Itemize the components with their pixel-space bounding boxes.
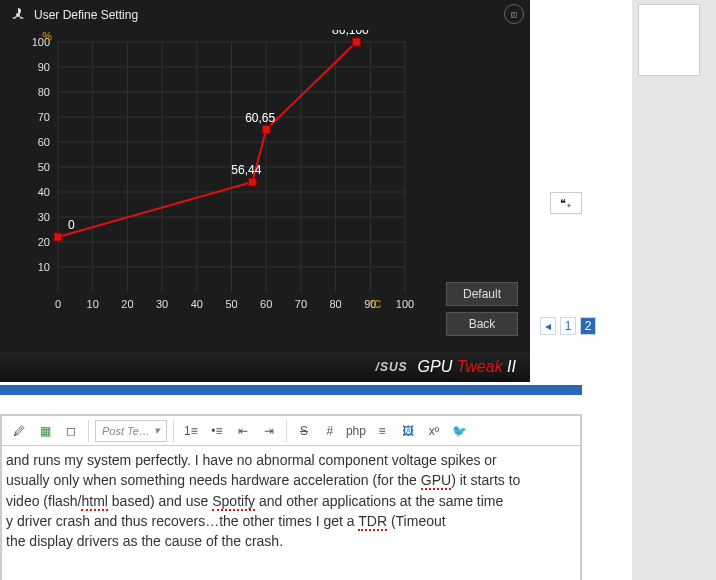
section-divider: [0, 385, 582, 395]
unordered-list-icon[interactable]: •≡: [206, 420, 228, 442]
template-placeholder: Post Te…: [102, 425, 150, 437]
svg-rect-49: [262, 126, 270, 134]
indent-icon[interactable]: ⇥: [258, 420, 280, 442]
svg-text:30: 30: [156, 298, 168, 310]
page-gutter: [632, 0, 716, 580]
code-icon[interactable]: php: [345, 420, 367, 442]
svg-text:10: 10: [38, 261, 50, 273]
ordered-list-icon[interactable]: 1≡: [180, 420, 202, 442]
brand-bar: /SUS GPU Tweak II: [0, 352, 530, 382]
quote-button[interactable]: ❝₊: [550, 192, 582, 214]
twitter-icon[interactable]: 🐦: [449, 420, 471, 442]
svg-rect-45: [54, 233, 62, 241]
fan-curve-chart[interactable]: 1020304050607080901000102030405060708090…: [10, 30, 415, 320]
svg-text:50: 50: [225, 298, 237, 310]
svg-text:80: 80: [38, 86, 50, 98]
close-icon: ⦻: [509, 9, 519, 20]
svg-rect-47: [248, 178, 256, 186]
svg-text:20: 20: [38, 236, 50, 248]
strike-icon[interactable]: S: [293, 420, 315, 442]
hash-icon[interactable]: #: [319, 420, 341, 442]
svg-text:10: 10: [87, 298, 99, 310]
close-button[interactable]: ⦻: [504, 4, 524, 24]
svg-text:70: 70: [295, 298, 307, 310]
side-thumbnail: [638, 4, 700, 76]
svg-text:0: 0: [68, 218, 75, 232]
template-dropdown[interactable]: Post Te… ▾: [95, 420, 167, 442]
pager-page-1[interactable]: 1: [560, 317, 576, 335]
attach-icon[interactable]: 🖉: [8, 420, 30, 442]
svg-text:%: %: [42, 30, 52, 42]
panel-header: User Define Setting: [0, 0, 530, 30]
svg-text:50: 50: [38, 161, 50, 173]
superscript-icon[interactable]: xº: [423, 420, 445, 442]
svg-text:90: 90: [38, 61, 50, 73]
pager-page-2[interactable]: 2: [580, 317, 596, 335]
chevron-down-icon: ▾: [154, 424, 160, 437]
svg-text:56,44: 56,44: [231, 163, 261, 177]
svg-text:60,65: 60,65: [245, 111, 275, 125]
pager-prev[interactable]: ◂: [540, 317, 556, 335]
image-icon[interactable]: 🖼: [397, 420, 419, 442]
grid-icon[interactable]: ▦: [34, 420, 56, 442]
svg-text:60: 60: [38, 136, 50, 148]
gpu-tweak-panel: User Define Setting ⦻ 102030405060708090…: [0, 0, 530, 382]
svg-rect-51: [352, 38, 360, 46]
fan-icon: [10, 7, 26, 23]
outdent-icon[interactable]: ⇤: [232, 420, 254, 442]
svg-text:60: 60: [260, 298, 272, 310]
gputweak-logo: GPU Tweak II: [418, 358, 516, 376]
chat-icon[interactable]: ◻: [60, 420, 82, 442]
svg-text:100: 100: [396, 298, 414, 310]
svg-text:86,100: 86,100: [332, 30, 369, 37]
panel-title: User Define Setting: [34, 8, 138, 22]
svg-text:40: 40: [191, 298, 203, 310]
pager: ◂ 1 2: [540, 314, 596, 338]
svg-text:30: 30: [38, 211, 50, 223]
svg-text:70: 70: [38, 111, 50, 123]
back-button[interactable]: Back: [446, 312, 518, 336]
svg-text:20: 20: [121, 298, 133, 310]
post-body[interactable]: and runs my system perfectly. I have no …: [6, 450, 576, 551]
svg-text:80: 80: [329, 298, 341, 310]
align-icon[interactable]: ≡: [371, 420, 393, 442]
svg-text:°C: °C: [369, 298, 381, 310]
svg-text:0: 0: [55, 298, 61, 310]
default-button[interactable]: Default: [446, 282, 518, 306]
svg-text:40: 40: [38, 186, 50, 198]
asus-logo: /SUS: [376, 360, 408, 374]
editor-toolbar: 🖉 ▦ ◻ Post Te… ▾ 1≡ •≡ ⇤ ⇥ S # php ≡ 🖼 x…: [2, 416, 580, 446]
